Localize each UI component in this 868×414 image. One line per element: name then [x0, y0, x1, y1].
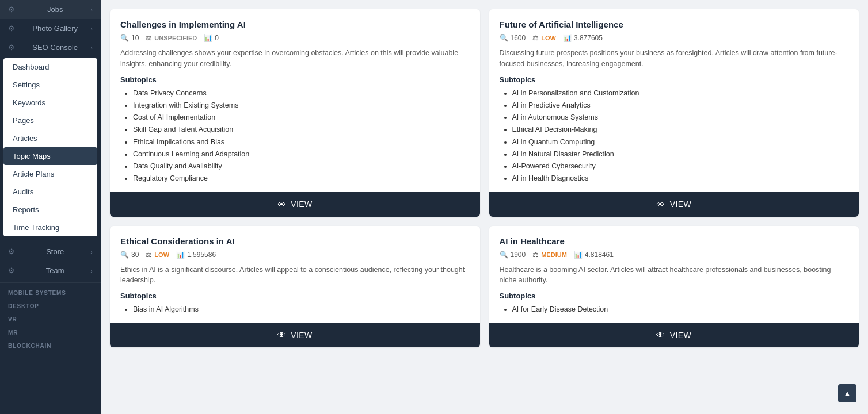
card-footer-ethical-ai: 👁 VIEW — [110, 323, 480, 347]
eye-icon: 👁 — [656, 200, 665, 209]
card-desc-ethical-ai: Ethics in AI is a significant discourse.… — [120, 264, 470, 286]
card-meta-future-ai: 🔍 1600 ⚖ LOW 📊 3.877605 — [500, 34, 849, 42]
eye-icon: 👁 — [277, 330, 286, 340]
search-icon: 🔍 — [500, 34, 508, 42]
sidebar-item-store-label: Store — [46, 247, 64, 256]
traffic-icon: 📊 — [574, 251, 583, 259]
subtopics-label-ethical-ai: Subtopics — [120, 292, 470, 300]
list-item: AI-Powered Cybersecurity — [512, 160, 849, 172]
scroll-to-top-button[interactable]: ▲ — [838, 384, 856, 402]
section-label-mobile-systems: MOBILE SYSTEMS — [0, 285, 101, 298]
card-desc-ai-healthcare: Healthcare is a booming AI sector. Artic… — [500, 264, 849, 286]
chevron-right-icon: › — [90, 25, 93, 32]
list-item: Ethical AI Decision-Making — [512, 124, 849, 136]
sidebar: ⚙ Jobs › ⚙ Photo Gallery › ⚙ SEO Console… — [0, 0, 101, 414]
subtopics-label-challenges-ai: Subtopics — [120, 75, 470, 84]
card-title-ethical-ai: Ethical Considerations in AI — [120, 236, 470, 246]
sidebar-item-photo-gallery[interactable]: ⚙ Photo Gallery › — [0, 19, 101, 38]
sidebar-item-team-label: Team — [46, 266, 64, 275]
chevron-right-icon: › — [90, 44, 93, 51]
scroll-to-top-icon: ▲ — [843, 389, 851, 398]
submenu-item-time-tracking[interactable]: Time Tracking — [3, 218, 97, 236]
gear-icon: ⚙ — [8, 5, 15, 14]
scale-icon: ⚖ — [146, 251, 152, 259]
chevron-right-icon: › — [90, 267, 93, 274]
list-item: Skill Gap and Talent Acquisition — [133, 124, 470, 136]
search-count-ethical-ai: 🔍 30 — [120, 251, 139, 259]
card-future-ai: Future of Artificial Intelligence 🔍 1600… — [489, 9, 859, 217]
submenu-item-article-plans[interactable]: Article Plans — [3, 165, 97, 183]
view-button-future-ai[interactable]: 👁 VIEW — [489, 192, 859, 217]
gear-icon: ⚙ — [8, 247, 15, 256]
traffic-icon: 📊 — [563, 34, 572, 42]
list-item: AI for Early Disease Detection — [512, 304, 849, 316]
sidebar-item-team[interactable]: ⚙ Team › — [0, 261, 101, 280]
view-button-ethical-ai[interactable]: 👁 VIEW — [110, 323, 480, 347]
card-desc-challenges-ai: Addressing challenges shows your experti… — [120, 48, 470, 70]
submenu-item-audits[interactable]: Audits — [3, 183, 97, 201]
sidebar-item-jobs[interactable]: ⚙ Jobs › — [0, 0, 101, 19]
submenu-item-articles[interactable]: Articles — [3, 129, 97, 147]
list-item: Integration with Existing Systems — [133, 99, 470, 112]
traffic-icon: 📊 — [176, 251, 185, 259]
gear-icon: ⚙ — [8, 266, 15, 275]
search-icon: 🔍 — [120, 251, 129, 259]
submenu-item-keywords[interactable]: Keywords — [3, 94, 97, 112]
sidebar-item-store[interactable]: ⚙ Store › — [0, 242, 101, 261]
difficulty-ethical-ai: ⚖ LOW — [146, 251, 169, 259]
list-item: Bias in AI Algorithms — [133, 304, 470, 316]
sidebar-item-seo-console[interactable]: ⚙ SEO Console › — [0, 38, 101, 57]
submenu-item-reports[interactable]: Reports — [3, 201, 97, 218]
list-item: Cost of AI Implementation — [133, 112, 470, 124]
sidebar-item-jobs-label: Jobs — [47, 5, 63, 14]
search-count-ai-healthcare: 🔍 1900 — [500, 251, 526, 259]
difficulty-future-ai: ⚖ LOW — [532, 34, 556, 42]
list-item: AI in Autonomous Systems — [512, 112, 849, 124]
eye-icon: 👁 — [656, 330, 665, 340]
subtopics-label-future-ai: Subtopics — [500, 75, 849, 84]
view-button-challenges-ai[interactable]: 👁 VIEW — [110, 192, 480, 217]
card-desc-future-ai: Discussing future prospects positions yo… — [500, 48, 849, 70]
subtopics-list-ai-healthcare[interactable]: AI for Early Disease Detection — [500, 304, 849, 316]
card-footer-ai-healthcare: 👁 VIEW — [489, 323, 859, 347]
traffic-icon: 📊 — [204, 34, 212, 42]
search-count-challenges-ai: 🔍 10 — [120, 34, 139, 42]
seo-console-submenu: Dashboard Settings Keywords Pages Articl… — [3, 58, 97, 236]
view-button-ai-healthcare[interactable]: 👁 VIEW — [489, 323, 859, 347]
list-item: Regulatory Compliance — [133, 172, 470, 185]
subtopics-label-ai-healthcare: Subtopics — [500, 292, 849, 300]
card-footer-future-ai: 👁 VIEW — [489, 192, 859, 217]
sidebar-item-seo-console-label: SEO Console — [32, 43, 78, 52]
list-item: Data Privacy Concerns — [133, 87, 470, 99]
list-item: AI in Quantum Computing — [512, 136, 849, 148]
submenu-item-dashboard[interactable]: Dashboard — [3, 58, 97, 76]
gear-icon: ⚙ — [8, 43, 15, 52]
traffic-ethical-ai: 📊 1.595586 — [176, 251, 216, 259]
section-label-desktop: DESKTOP — [0, 298, 101, 312]
list-item: Continuous Learning and Adaptation — [133, 148, 470, 160]
scale-icon: ⚖ — [532, 34, 539, 42]
sidebar-item-photo-gallery-label: Photo Gallery — [32, 24, 78, 33]
card-title-future-ai: Future of Artificial Intelligence — [500, 20, 849, 29]
gear-icon: ⚙ — [8, 24, 15, 33]
section-label-mr: MR — [0, 325, 101, 338]
submenu-item-settings[interactable]: Settings — [3, 76, 97, 94]
submenu-item-topic-maps[interactable]: Topic Maps — [3, 147, 97, 165]
search-icon: 🔍 — [500, 251, 508, 259]
card-title-challenges-ai: Challenges in Implementing AI — [120, 20, 470, 29]
card-ai-healthcare: AI in Healthcare 🔍 1900 ⚖ MEDIUM 📊 4.818… — [489, 226, 859, 348]
subtopics-list-ethical-ai[interactable]: Bias in AI Algorithms — [120, 304, 470, 316]
card-footer-challenges-ai: 👁 VIEW — [110, 192, 480, 217]
traffic-challenges-ai: 📊 0 — [204, 34, 219, 42]
submenu-item-pages[interactable]: Pages — [3, 112, 97, 129]
card-ethical-ai: Ethical Considerations in AI 🔍 30 ⚖ LOW … — [110, 226, 480, 348]
traffic-ai-healthcare: 📊 4.818461 — [574, 251, 614, 259]
card-meta-challenges-ai: 🔍 10 ⚖ UNSPECIFIED 📊 0 — [120, 34, 470, 42]
cards-grid: Challenges in Implementing AI 🔍 10 ⚖ UNS… — [110, 9, 859, 347]
search-count-future-ai: 🔍 1600 — [500, 34, 526, 42]
subtopics-list-future-ai[interactable]: AI in Personalization and Customization … — [500, 87, 849, 185]
chevron-right-icon: › — [90, 248, 93, 255]
subtopics-list-challenges-ai[interactable]: Data Privacy Concerns Integration with E… — [120, 87, 470, 185]
difficulty-challenges-ai: ⚖ UNSPECIFIED — [146, 34, 197, 42]
eye-icon: 👁 — [277, 200, 286, 209]
